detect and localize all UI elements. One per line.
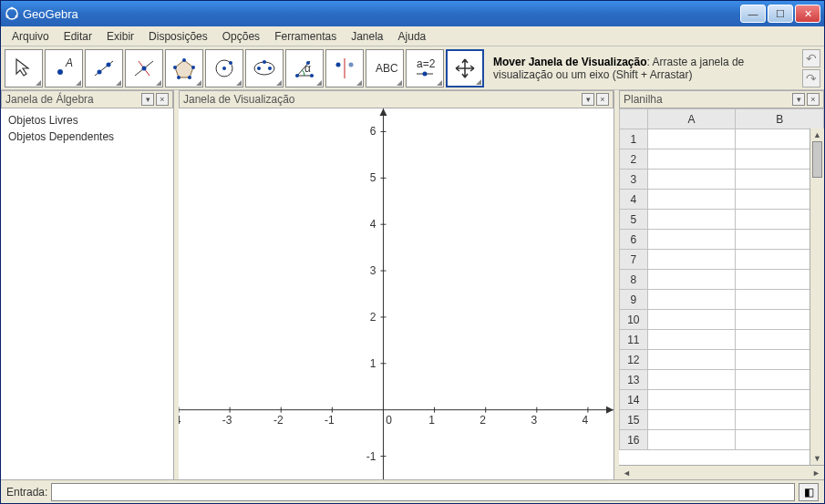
cell[interactable] bbox=[647, 210, 736, 230]
tool-circle[interactable] bbox=[205, 49, 243, 87]
tool-text[interactable]: ABC bbox=[366, 49, 404, 87]
titlebar: GeoGebra — ☐ ✕ bbox=[1, 1, 824, 26]
spreadsheet-hscroll[interactable]: ◄ ► bbox=[619, 465, 824, 479]
svg-point-16 bbox=[177, 76, 180, 79]
minimize-button[interactable]: — bbox=[740, 5, 766, 23]
menu-janela[interactable]: Janela bbox=[344, 28, 390, 45]
svg-marker-12 bbox=[175, 60, 193, 77]
menu-disposicoes[interactable]: Disposições bbox=[141, 28, 215, 45]
maximize-button[interactable]: ☐ bbox=[768, 5, 793, 23]
close-button[interactable]: ✕ bbox=[795, 5, 820, 23]
menu-editar[interactable]: Editar bbox=[57, 28, 99, 45]
svg-text:-1: -1 bbox=[366, 450, 376, 463]
spreadsheet-close-button[interactable]: × bbox=[807, 93, 820, 106]
tool-move[interactable] bbox=[5, 49, 43, 87]
redo-button[interactable]: ↷ bbox=[802, 69, 820, 87]
scroll-up-icon[interactable]: ▲ bbox=[810, 129, 824, 141]
row-header[interactable]: 9 bbox=[620, 290, 648, 310]
tool-point[interactable]: A bbox=[45, 49, 83, 87]
svg-point-1 bbox=[11, 7, 14, 10]
svg-point-4 bbox=[57, 69, 63, 75]
cell[interactable] bbox=[647, 310, 736, 330]
row-header[interactable]: 15 bbox=[620, 410, 648, 430]
svg-text:5: 5 bbox=[370, 171, 376, 184]
svg-point-15 bbox=[188, 76, 191, 79]
svg-text:2: 2 bbox=[370, 311, 376, 324]
cell[interactable] bbox=[647, 330, 736, 350]
scroll-down-icon[interactable]: ▼ bbox=[810, 452, 824, 465]
row-header[interactable]: 7 bbox=[620, 250, 648, 270]
svg-text:3: 3 bbox=[370, 264, 376, 277]
spreadsheet-grid[interactable]: AB12345678910111213141516 bbox=[619, 108, 824, 465]
row-header[interactable]: 12 bbox=[620, 350, 648, 370]
row-header[interactable]: 1 bbox=[620, 129, 648, 149]
graphics-menu-button[interactable]: ▾ bbox=[582, 93, 594, 106]
tool-perpendicular[interactable] bbox=[125, 49, 163, 87]
menu-ferramentas[interactable]: Ferramentas bbox=[267, 28, 344, 45]
spreadsheet-body: AB12345678910111213141516 ▲ ▼ ◄ ► bbox=[619, 108, 824, 479]
graphics-close-button[interactable]: × bbox=[596, 93, 609, 106]
cell[interactable] bbox=[647, 370, 736, 390]
row-header[interactable]: 11 bbox=[620, 330, 648, 350]
svg-point-2 bbox=[15, 15, 18, 18]
algebra-header: Janela de Álgebra ▾ × bbox=[1, 90, 173, 108]
cell[interactable] bbox=[647, 270, 736, 290]
algebra-menu-button[interactable]: ▾ bbox=[141, 93, 154, 106]
col-header[interactable]: A bbox=[647, 109, 736, 129]
row-header[interactable]: 5 bbox=[620, 210, 648, 230]
spreadsheet-vscroll[interactable]: ▲ ▼ bbox=[810, 129, 824, 465]
row-header[interactable]: 10 bbox=[620, 310, 648, 330]
row-header[interactable]: 3 bbox=[620, 170, 648, 190]
graphics-panel: Janela de Visualização ▾ × -4-3-2-101234… bbox=[179, 90, 614, 479]
svg-point-13 bbox=[182, 58, 186, 62]
svg-text:2: 2 bbox=[480, 414, 486, 427]
tool-polygon[interactable] bbox=[165, 49, 203, 87]
input-history-button[interactable]: ◧ bbox=[799, 483, 819, 501]
svg-point-29 bbox=[310, 74, 314, 77]
menu-ajuda[interactable]: Ajuda bbox=[391, 28, 434, 45]
tool-slider[interactable]: a=2 bbox=[406, 49, 444, 87]
row-header[interactable]: 8 bbox=[620, 270, 648, 290]
tool-line[interactable] bbox=[85, 49, 123, 87]
svg-text:0: 0 bbox=[386, 414, 392, 427]
cell[interactable] bbox=[647, 230, 736, 250]
algebra-close-button[interactable]: × bbox=[156, 93, 169, 106]
row-header[interactable]: 14 bbox=[620, 390, 648, 410]
row-header[interactable]: 6 bbox=[620, 230, 648, 250]
algebra-dependent-objects[interactable]: Objetos Dependentes bbox=[8, 129, 166, 145]
cell[interactable] bbox=[647, 190, 736, 210]
app-window: GeoGebra — ☐ ✕ Arquivo Editar Exibir Dis… bbox=[0, 0, 825, 504]
coordinate-plane[interactable]: -4-3-2-101234-1123456 bbox=[179, 108, 614, 479]
cell[interactable] bbox=[647, 250, 736, 270]
cell[interactable] bbox=[647, 170, 736, 190]
menu-arquivo[interactable]: Arquivo bbox=[5, 28, 57, 45]
row-header[interactable]: 16 bbox=[620, 430, 648, 450]
cell[interactable] bbox=[647, 129, 736, 149]
tool-move-view[interactable] bbox=[446, 49, 484, 87]
row-header[interactable]: 13 bbox=[620, 370, 648, 390]
cell[interactable] bbox=[647, 390, 736, 410]
menu-opcoes[interactable]: Opções bbox=[215, 28, 267, 45]
svg-text:A: A bbox=[65, 57, 73, 69]
cell[interactable] bbox=[647, 149, 736, 170]
graphics-view[interactable]: -4-3-2-101234-1123456 bbox=[179, 108, 614, 479]
cell[interactable] bbox=[647, 410, 736, 430]
algebra-body[interactable]: Objetos Livres Objetos Dependentes bbox=[1, 108, 173, 479]
algebra-free-objects[interactable]: Objetos Livres bbox=[8, 112, 166, 129]
input-field[interactable] bbox=[51, 483, 795, 501]
svg-text:ABC: ABC bbox=[376, 62, 397, 75]
tool-angle[interactable]: α bbox=[285, 49, 324, 87]
cell[interactable] bbox=[647, 350, 736, 370]
menu-exibir[interactable]: Exibir bbox=[99, 28, 141, 45]
menubar: Arquivo Editar Exibir Disposições Opções… bbox=[1, 26, 824, 46]
tool-reflect[interactable] bbox=[325, 49, 364, 87]
cell[interactable] bbox=[647, 430, 736, 450]
undo-button[interactable]: ↶ bbox=[802, 49, 820, 67]
tool-ellipse[interactable] bbox=[245, 49, 284, 87]
spreadsheet-menu-button[interactable]: ▾ bbox=[792, 93, 805, 106]
col-header[interactable]: B bbox=[736, 109, 824, 129]
row-header[interactable]: 4 bbox=[620, 190, 648, 210]
cell[interactable] bbox=[647, 290, 736, 310]
scroll-thumb[interactable] bbox=[812, 141, 822, 178]
row-header[interactable]: 2 bbox=[620, 149, 648, 170]
